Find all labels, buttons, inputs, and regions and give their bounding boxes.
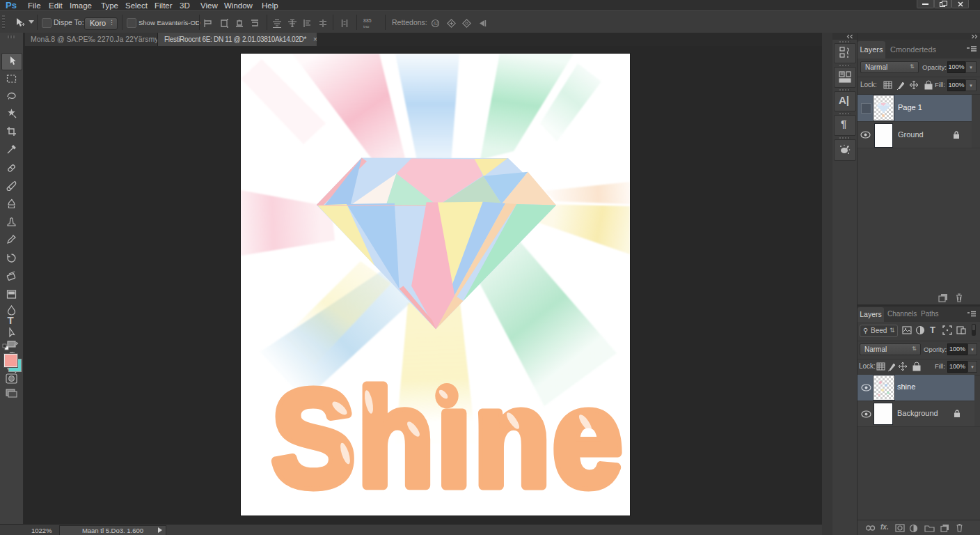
svg-text:42: 42 <box>434 21 439 26</box>
svg-text:tno: tno <box>363 24 370 29</box>
svg-text:885: 885 <box>363 18 372 23</box>
